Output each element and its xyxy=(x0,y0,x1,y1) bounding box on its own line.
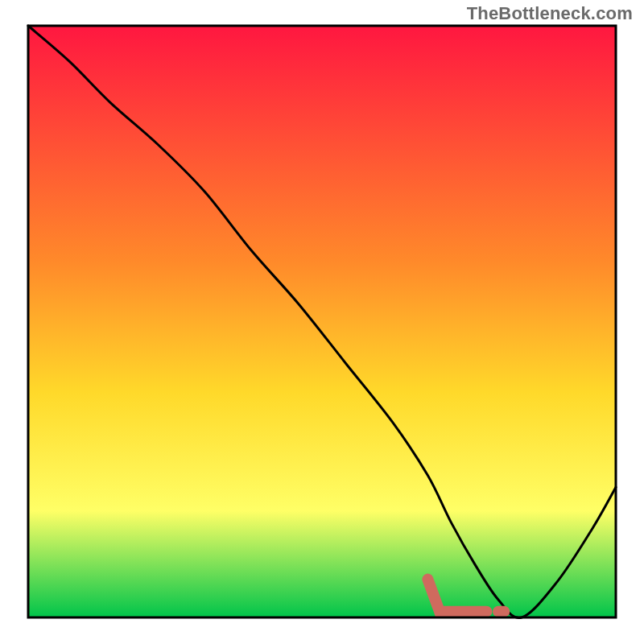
gradient-background xyxy=(28,26,616,617)
bottleneck-chart xyxy=(0,0,644,644)
